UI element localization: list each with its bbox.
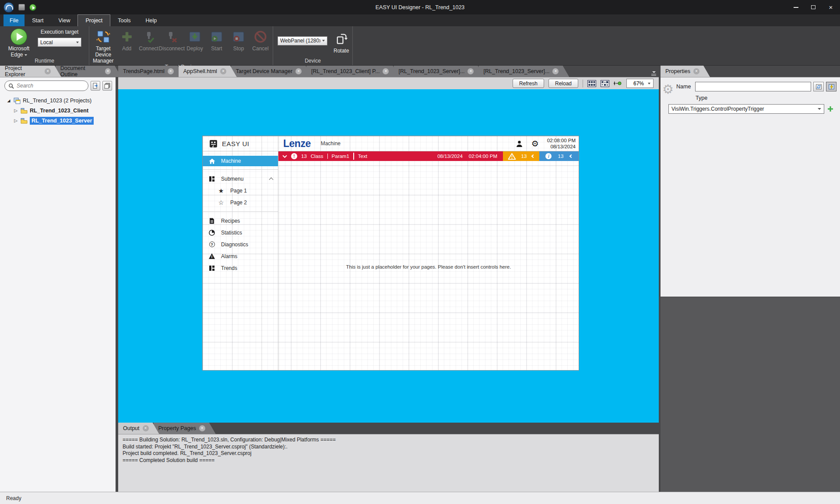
close-icon[interactable]: × xyxy=(45,68,50,74)
chevron-left-icon[interactable] xyxy=(569,154,573,158)
execution-target-select[interactable]: Local xyxy=(38,38,81,47)
tab-file[interactable]: File xyxy=(4,14,25,26)
tree-item-solution[interactable]: ◢ RL_Trend_1023 (2 Projects) xyxy=(0,95,116,105)
nav-item-submenu[interactable]: Submenu xyxy=(203,173,278,185)
refresh-binding-button[interactable] xyxy=(813,82,824,91)
alarm-banner[interactable]: ! 13 Class Param1 Text 08/13/2024 02:04:… xyxy=(278,151,503,161)
close-icon[interactable]: × xyxy=(295,68,302,74)
maximize-button[interactable] xyxy=(810,4,816,10)
nav-item-page1[interactable]: ★ Page 1 xyxy=(203,185,278,196)
tree-item-server-project[interactable]: ▷ RL_Trend_1023_Server xyxy=(0,116,116,126)
appshell-design-surface[interactable]: EASY UI Lenze Machine ⚙ 02:08:00 PM08/13… xyxy=(202,136,579,371)
tab-server-1[interactable]: [RL_Trend_1023_Server]... × xyxy=(394,66,484,77)
nav-item-diagnostics[interactable]: ? Diagnostics xyxy=(203,238,278,250)
start-button[interactable]: Start xyxy=(207,28,226,52)
close-button[interactable]: × xyxy=(828,4,834,10)
tab-tools[interactable]: Tools xyxy=(110,14,138,26)
grid-view-icon[interactable] xyxy=(587,80,596,87)
type-select[interactable]: VisiWin.Triggers.ControlPropertyTrigger xyxy=(668,104,824,114)
tree-item-client-project[interactable]: ▷ RL_Trend_1023_Client xyxy=(0,105,116,116)
caret-collapsed-icon[interactable]: ▷ xyxy=(13,118,18,123)
disconnect-button[interactable]: Disconnect xyxy=(161,28,183,52)
user-icon[interactable] xyxy=(516,140,523,147)
run-microsoft-edge-button[interactable]: Microsoft Edge xyxy=(3,28,35,58)
close-icon[interactable]: × xyxy=(199,425,205,431)
nav-item-page2[interactable]: ☆ Page 2 xyxy=(203,196,278,208)
tab-list-menu-icon[interactable] xyxy=(651,71,656,75)
caret-collapsed-icon[interactable]: ▷ xyxy=(13,108,18,113)
info-counter[interactable]: i 13 xyxy=(539,151,579,161)
nav-item-machine[interactable]: Machine xyxy=(203,156,278,166)
alarm-class: Class xyxy=(311,154,323,159)
tab-help[interactable]: Help xyxy=(138,14,165,26)
tab-properties[interactable]: Properties × xyxy=(661,66,710,77)
close-icon[interactable]: × xyxy=(467,68,474,74)
close-icon[interactable]: × xyxy=(383,68,389,74)
question-circle-icon: ? xyxy=(208,242,215,247)
events-button[interactable] xyxy=(826,82,836,91)
tab-server-2[interactable]: [RL_Trend_1023_Server]... × xyxy=(478,66,569,77)
cancel-icon xyxy=(254,28,267,46)
target-device-icon[interactable] xyxy=(18,4,25,10)
sync-with-document-button[interactable] xyxy=(91,81,100,91)
tab-appshell[interactable]: AppShell.html × xyxy=(179,66,237,77)
play-icon xyxy=(11,28,27,45)
tab-view[interactable]: View xyxy=(51,14,78,26)
stop-button[interactable]: Stop xyxy=(229,28,248,52)
device-panel-select[interactable]: WebPanel (1280x8 xyxy=(278,36,327,46)
caret-expanded-icon[interactable]: ◢ xyxy=(6,98,11,103)
chevron-up-icon[interactable] xyxy=(269,178,274,182)
tab-trendspage[interactable]: TrendsPage.html × xyxy=(118,66,184,77)
reload-button[interactable]: Reload xyxy=(548,79,578,88)
collapse-all-button[interactable] xyxy=(102,81,112,91)
settings-gear-icon[interactable]: ⚙ xyxy=(531,140,539,148)
nav-divider xyxy=(203,211,278,212)
nav-item-trends[interactable]: Trends xyxy=(203,262,278,274)
tab-output[interactable]: Output × xyxy=(118,423,159,434)
chevron-down-icon[interactable] xyxy=(282,155,287,158)
add-button[interactable]: Add xyxy=(117,28,137,52)
close-icon[interactable]: × xyxy=(693,68,699,74)
runtime-group-label: Runtime xyxy=(0,58,89,65)
tab-property-pages[interactable]: Property Pages × xyxy=(154,423,216,434)
design-canvas[interactable]: EASY UI Lenze Machine ⚙ 02:08:00 PM08/13… xyxy=(118,89,659,423)
alarm-triangle-icon: ! xyxy=(208,253,215,259)
name-input[interactable] xyxy=(695,82,811,91)
run-icon[interactable] xyxy=(29,4,36,11)
nav-item-statistics[interactable]: Statistics xyxy=(203,227,278,238)
refresh-button[interactable]: Refresh xyxy=(513,79,544,88)
zoom-fit-icon[interactable] xyxy=(614,80,622,86)
tab-project[interactable]: Project xyxy=(77,14,110,26)
lenze-logo: Lenze xyxy=(283,138,311,150)
nav-item-recipes[interactable]: Recipes xyxy=(203,215,278,227)
nav-item-alarms[interactable]: ! Alarms xyxy=(203,250,278,262)
tab-start[interactable]: Start xyxy=(25,14,51,26)
close-icon[interactable]: × xyxy=(220,68,226,74)
rotate-button[interactable]: Rotate xyxy=(334,30,349,54)
cancel-button[interactable]: Cancel xyxy=(251,28,270,52)
minimize-button[interactable] xyxy=(793,4,799,10)
chevron-left-icon[interactable] xyxy=(531,154,534,158)
easyui-logo-icon xyxy=(209,140,218,148)
connect-button[interactable]: Connect xyxy=(139,28,158,52)
placeholder-text: This is just a placeholder for your page… xyxy=(278,264,579,270)
solution-icon xyxy=(14,97,21,104)
tab-target-device-manager[interactable]: Target Device Manager × xyxy=(231,66,312,77)
close-icon[interactable]: × xyxy=(552,68,559,74)
tab-client-properties[interactable]: [RL_Trend_1023_Client] P... × xyxy=(306,66,399,77)
tab-document-outline[interactable]: Document Outline × xyxy=(56,66,121,77)
build-output-log[interactable]: ===== Building Solution: RL_Trend_1023.s… xyxy=(118,434,659,492)
close-icon[interactable]: × xyxy=(143,425,149,431)
target-device-manager-button[interactable]: Target Device Manager xyxy=(92,28,115,64)
add-trigger-button[interactable] xyxy=(827,105,834,112)
search-input[interactable] xyxy=(17,83,84,89)
pattern-view-icon[interactable] xyxy=(601,80,609,87)
close-icon[interactable]: × xyxy=(168,68,174,74)
zoom-level-select[interactable]: 67% xyxy=(626,79,654,88)
warning-counter[interactable]: 13 xyxy=(503,151,539,161)
deploy-button[interactable]: Deploy xyxy=(185,28,204,52)
tab-project-explorer[interactable]: Project Explorer × xyxy=(0,66,61,77)
shell-header: EASY UI Lenze Machine ⚙ 02:08:00 PM08/13… xyxy=(203,136,579,151)
app-logo-icon[interactable] xyxy=(4,2,14,13)
close-icon[interactable]: × xyxy=(105,68,111,74)
